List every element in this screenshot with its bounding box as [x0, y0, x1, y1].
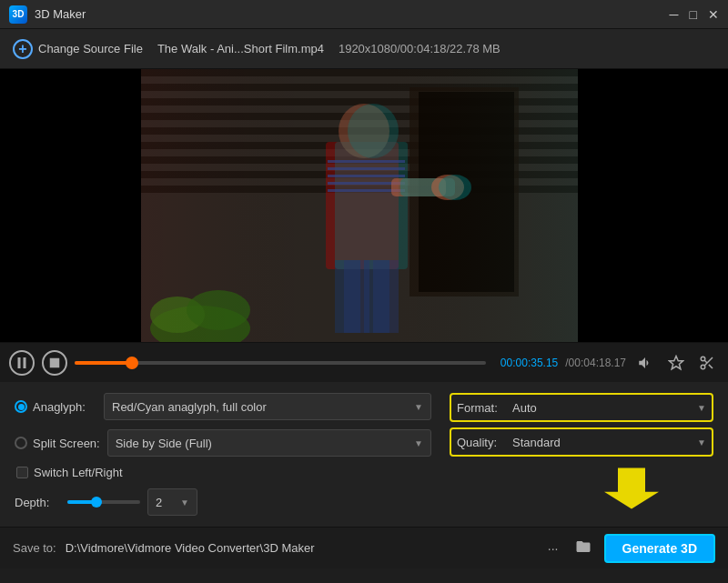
close-button[interactable]: ✕: [708, 7, 719, 22]
format-dropdown-arrow: ▼: [697, 403, 706, 413]
file-meta: 1920x1080/00:04:18/22.78 MB: [339, 42, 500, 55]
progress-fill: [75, 361, 132, 365]
format-row: Format: Auto ▼: [450, 393, 713, 422]
save-to-label: Save to:: [13, 541, 56, 555]
settings-panel: Anaglyph: Red/Cyan anaglyph, full color …: [0, 382, 728, 527]
generate-3d-button[interactable]: Generate 3D: [604, 534, 715, 563]
change-source-button[interactable]: + Change Source File: [13, 39, 143, 59]
pause-button[interactable]: [9, 350, 35, 376]
save-path: D:\Vidmore\Vidmore Video Converter\3D Ma…: [66, 541, 535, 555]
svg-line-44: [704, 360, 707, 363]
svg-rect-38: [50, 357, 60, 367]
playback-controls-bar: 00:00:35.15 /00:04:18.17: [0, 342, 728, 382]
svg-rect-2: [578, 69, 728, 342]
split-screen-row: Split Screen: Side by Side (Full) ▼: [15, 429, 431, 457]
add-source-icon: +: [13, 39, 33, 59]
depth-slider[interactable]: [67, 500, 140, 504]
more-options-button[interactable]: ···: [544, 538, 562, 559]
titlebar-controls: ─ □ ✕: [670, 7, 719, 22]
stop-button[interactable]: [42, 350, 67, 376]
svg-marker-39: [670, 356, 683, 368]
depth-value-select[interactable]: 2 ▼: [147, 488, 197, 516]
depth-label: Depth:: [15, 496, 60, 509]
trim-button[interactable]: [695, 351, 719, 375]
settings-right: Format: Auto ▼ Quality: Standard ▼: [450, 393, 713, 516]
maximize-button[interactable]: □: [690, 7, 697, 22]
app-icon: 3D: [9, 5, 27, 24]
format-label: Format:: [457, 401, 507, 415]
split-screen-select[interactable]: Side by Side (Full) ▼: [107, 429, 431, 457]
yellow-arrow-indicator: [450, 466, 659, 511]
svg-rect-37: [24, 357, 26, 368]
quality-label: Quality:: [457, 436, 507, 449]
switch-leftright-row: Switch Left/Right: [16, 466, 431, 479]
format-value: Auto: [512, 401, 537, 415]
effects-button[interactable]: [664, 351, 688, 375]
progress-bar-container[interactable]: [75, 361, 486, 365]
svg-marker-45: [604, 468, 659, 509]
split-dropdown-arrow: ▼: [414, 438, 423, 448]
anaglyph-radio[interactable]: Anaglyph:: [15, 400, 96, 414]
anaglyph-radio-circle[interactable]: [15, 400, 27, 413]
svg-point-41: [701, 365, 705, 369]
svg-rect-36: [18, 357, 21, 368]
switch-checkbox[interactable]: [16, 467, 28, 478]
total-time: /00:04:18.17: [565, 357, 626, 369]
anaglyph-row: Anaglyph: Red/Cyan anaglyph, full color …: [15, 393, 431, 420]
split-screen-radio-circle[interactable]: [15, 437, 27, 449]
anaglyph-select[interactable]: Red/Cyan anaglyph, full color ▼: [104, 393, 431, 420]
split-screen-radio[interactable]: Split Screen:: [15, 437, 100, 450]
svg-rect-1: [0, 69, 141, 342]
format-quality-container: Format: Auto ▼ Quality: Standard ▼: [450, 393, 713, 457]
svg-line-43: [709, 364, 713, 367]
current-time: 00:00:35.15: [500, 357, 558, 369]
depth-dropdown-arrow: ▼: [180, 498, 189, 508]
depth-row: Depth: 2 ▼: [15, 488, 431, 516]
progress-thumb[interactable]: [126, 357, 138, 369]
minimize-button[interactable]: ─: [670, 7, 679, 22]
quality-dropdown-arrow: ▼: [697, 437, 706, 447]
svg-point-40: [701, 357, 705, 361]
format-select[interactable]: Auto ▼: [512, 401, 706, 415]
titlebar-left: 3D 3D Maker: [9, 5, 86, 24]
volume-button[interactable]: [633, 351, 657, 375]
bottom-bar: Save to: D:\Vidmore\Vidmore Video Conver…: [0, 527, 728, 568]
svg-rect-35: [141, 69, 578, 342]
anaglyph-dropdown-arrow: ▼: [414, 402, 423, 412]
titlebar: 3D 3D Maker ─ □ ✕: [0, 0, 728, 29]
header-bar: + Change Source File The Walk - Ani...Sh…: [0, 29, 728, 69]
progress-track[interactable]: [75, 361, 486, 365]
app-title: 3D Maker: [35, 7, 86, 21]
quality-value: Standard: [512, 436, 561, 449]
video-frame: [0, 69, 728, 342]
quality-select[interactable]: Standard ▼: [512, 436, 706, 449]
depth-slider-thumb[interactable]: [91, 497, 102, 508]
file-name: The Walk - Ani...Short Film.mp4: [157, 42, 324, 55]
open-folder-button[interactable]: [571, 535, 595, 561]
switch-label: Switch Left/Right: [34, 466, 123, 479]
quality-row: Quality: Standard ▼: [450, 427, 713, 457]
arrow-svg: [604, 466, 659, 511]
settings-left: Anaglyph: Red/Cyan anaglyph, full color …: [15, 393, 431, 516]
video-preview: [0, 69, 728, 342]
